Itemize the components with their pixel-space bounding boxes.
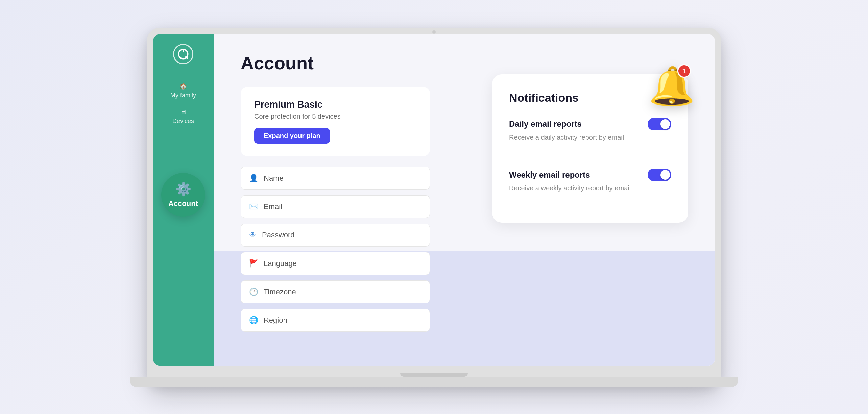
home-icon: 🏠 (179, 83, 187, 90)
language-field[interactable]: 🚩 Language (241, 252, 430, 275)
daily-email-label: Daily email reports (509, 119, 582, 129)
weekly-email-label: Weekly email reports (509, 170, 590, 180)
name-label: Name (264, 174, 284, 183)
notifications-title: Notifications (509, 91, 671, 105)
region-label: Region (264, 316, 287, 325)
app-logo[interactable] (173, 44, 193, 64)
account-form: 👤 Name ✉️ Email 👁 Password 🚩 Language 🕐 (241, 167, 430, 332)
page-title: Account (241, 52, 688, 73)
camera-dot (432, 30, 436, 34)
email-label: Email (264, 202, 282, 211)
weekly-email-notification: Weekly email reports Receive a weekly ac… (509, 169, 671, 192)
gear-icon: ⚙️ (175, 182, 191, 197)
email-field[interactable]: ✉️ Email (241, 195, 430, 218)
weekly-email-toggle[interactable] (648, 169, 671, 181)
name-field[interactable]: 👤 Name (241, 167, 430, 190)
sidebar-item-devices[interactable]: 🖥 Devices (153, 104, 214, 130)
password-field[interactable]: 👁 Password (241, 224, 430, 247)
weekly-email-desc: Receive a weekly activity report by emai… (509, 184, 671, 192)
flag-icon: 🚩 (249, 259, 258, 268)
sidebar: 🏠 My family 🖥 Devices ⚙️ Account (153, 34, 214, 366)
sidebar-label-account: Account (168, 199, 198, 208)
region-field[interactable]: 🌐 Region (241, 309, 430, 332)
devices-icon: 🖥 (180, 109, 186, 116)
sidebar-label-devices: Devices (172, 118, 194, 125)
plan-card: Premium Basic Core protection for 5 devi… (241, 87, 430, 156)
bell-badge: 1 (677, 64, 691, 78)
clock-icon: 🕐 (249, 288, 258, 296)
laptop-base (130, 377, 738, 387)
sidebar-item-my-family[interactable]: 🏠 My family (153, 78, 214, 104)
eye-icon: 👁 (249, 231, 257, 239)
laptop-screen: 🏠 My family 🖥 Devices ⚙️ Account Account… (153, 34, 715, 366)
sidebar-item-account[interactable]: ⚙️ Account (161, 173, 205, 217)
timezone-label: Timezone (264, 288, 296, 296)
plan-name: Premium Basic (254, 99, 416, 110)
divider (509, 155, 671, 155)
email-icon: ✉️ (249, 202, 258, 211)
globe-icon: 🌐 (249, 316, 258, 325)
laptop-notch (400, 373, 468, 377)
notifications-panel: 🔔 1 Notifications Daily email reports Re… (492, 74, 688, 223)
timezone-field[interactable]: 🕐 Timezone (241, 280, 430, 303)
laptop-frame: 🏠 My family 🖥 Devices ⚙️ Account Account… (147, 28, 721, 386)
sidebar-label-my-family: My family (170, 92, 196, 99)
plan-description: Core protection for 5 devices (254, 113, 416, 120)
daily-email-toggle[interactable] (648, 118, 671, 130)
daily-email-desc: Receive a daily activity report by email (509, 134, 671, 141)
password-label: Password (262, 231, 295, 239)
daily-email-notification: Daily email reports Receive a daily acti… (509, 118, 671, 141)
bell-container: 🔔 1 (649, 64, 695, 108)
expand-plan-button[interactable]: Expand your plan (254, 128, 330, 144)
user-icon: 👤 (249, 174, 258, 183)
language-label: Language (264, 259, 297, 268)
